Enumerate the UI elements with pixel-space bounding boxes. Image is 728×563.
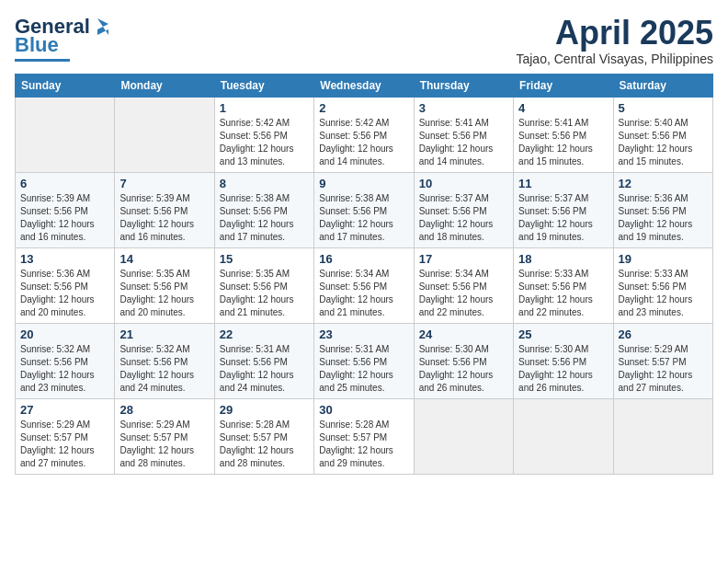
calendar-cell: 14Sunrise: 5:35 AM Sunset: 5:56 PM Dayli… (115, 247, 214, 323)
day-number: 18 (518, 252, 608, 266)
weekday-header-row: SundayMondayTuesdayWednesdayThursdayFrid… (16, 74, 713, 97)
day-info: Sunrise: 5:32 AM Sunset: 5:56 PM Dayligh… (20, 343, 109, 395)
weekday-header: Tuesday (214, 74, 313, 97)
day-number: 20 (20, 327, 109, 341)
day-number: 12 (619, 177, 708, 190)
day-number: 8 (220, 177, 309, 190)
day-info: Sunrise: 5:31 AM Sunset: 5:56 PM Dayligh… (220, 343, 309, 395)
day-number: 19 (619, 252, 708, 266)
calendar-cell: 30Sunrise: 5:28 AM Sunset: 5:57 PM Dayli… (314, 398, 414, 474)
calendar-cell: 27Sunrise: 5:29 AM Sunset: 5:57 PM Dayli… (16, 398, 115, 474)
calendar-table: SundayMondayTuesdayWednesdayThursdayFrid… (15, 74, 713, 475)
day-number: 9 (319, 177, 408, 190)
calendar-cell (414, 398, 513, 474)
calendar-cell (613, 398, 712, 474)
day-number: 7 (119, 177, 209, 190)
day-number: 3 (419, 101, 508, 115)
weekday-header: Saturday (613, 74, 712, 97)
calendar-cell: 19Sunrise: 5:33 AM Sunset: 5:56 PM Dayli… (613, 247, 712, 323)
day-info: Sunrise: 5:41 AM Sunset: 5:56 PM Dayligh… (419, 117, 508, 168)
calendar-cell: 18Sunrise: 5:33 AM Sunset: 5:56 PM Dayli… (514, 247, 613, 323)
day-info: Sunrise: 5:29 AM Sunset: 5:57 PM Dayligh… (619, 343, 708, 395)
day-info: Sunrise: 5:28 AM Sunset: 5:57 PM Dayligh… (220, 419, 309, 470)
day-info: Sunrise: 5:35 AM Sunset: 5:56 PM Dayligh… (220, 268, 309, 319)
weekday-header: Friday (514, 74, 613, 97)
day-info: Sunrise: 5:42 AM Sunset: 5:56 PM Dayligh… (319, 117, 408, 168)
calendar-cell: 3Sunrise: 5:41 AM Sunset: 5:56 PM Daylig… (414, 97, 513, 172)
calendar-cell: 12Sunrise: 5:36 AM Sunset: 5:56 PM Dayli… (613, 172, 712, 247)
calendar-cell: 29Sunrise: 5:28 AM Sunset: 5:57 PM Dayli… (214, 398, 313, 474)
weekday-header: Thursday (414, 74, 513, 97)
day-number: 30 (319, 403, 408, 417)
calendar-cell (514, 398, 613, 474)
calendar-cell: 20Sunrise: 5:32 AM Sunset: 5:56 PM Dayli… (16, 323, 115, 398)
day-number: 17 (419, 252, 508, 266)
day-info: Sunrise: 5:38 AM Sunset: 5:56 PM Dayligh… (319, 192, 408, 244)
calendar-week-row: 13Sunrise: 5:36 AM Sunset: 5:56 PM Dayli… (16, 247, 713, 323)
day-info: Sunrise: 5:30 AM Sunset: 5:56 PM Dayligh… (419, 343, 508, 395)
day-number: 15 (220, 252, 309, 266)
calendar-cell: 28Sunrise: 5:29 AM Sunset: 5:57 PM Dayli… (115, 398, 214, 474)
calendar-cell: 2Sunrise: 5:42 AM Sunset: 5:56 PM Daylig… (314, 97, 414, 172)
calendar-week-row: 1Sunrise: 5:42 AM Sunset: 5:56 PM Daylig… (16, 97, 713, 172)
weekday-header: Monday (115, 74, 214, 97)
calendar-cell: 9Sunrise: 5:38 AM Sunset: 5:56 PM Daylig… (314, 172, 414, 247)
day-number: 25 (518, 327, 608, 341)
calendar-cell: 26Sunrise: 5:29 AM Sunset: 5:57 PM Dayli… (613, 323, 712, 398)
day-info: Sunrise: 5:42 AM Sunset: 5:56 PM Dayligh… (220, 117, 309, 168)
day-info: Sunrise: 5:41 AM Sunset: 5:56 PM Dayligh… (518, 117, 608, 168)
day-number: 26 (619, 327, 708, 341)
logo-underline (15, 59, 70, 62)
day-number: 16 (319, 252, 408, 266)
day-number: 23 (319, 327, 408, 341)
calendar-cell: 11Sunrise: 5:37 AM Sunset: 5:56 PM Dayli… (514, 172, 613, 247)
day-info: Sunrise: 5:28 AM Sunset: 5:57 PM Dayligh… (319, 419, 408, 470)
title-block: April 2025 Tajao, Central Visayas, Phili… (516, 15, 713, 66)
calendar-cell: 17Sunrise: 5:34 AM Sunset: 5:56 PM Dayli… (414, 247, 513, 323)
day-info: Sunrise: 5:34 AM Sunset: 5:56 PM Dayligh… (319, 268, 408, 319)
day-info: Sunrise: 5:29 AM Sunset: 5:57 PM Dayligh… (119, 419, 209, 470)
day-number: 13 (20, 252, 109, 266)
logo-blue: Blue (15, 33, 59, 57)
calendar-cell: 16Sunrise: 5:34 AM Sunset: 5:56 PM Dayli… (314, 247, 414, 323)
day-info: Sunrise: 5:37 AM Sunset: 5:56 PM Dayligh… (419, 192, 508, 244)
day-info: Sunrise: 5:33 AM Sunset: 5:56 PM Dayligh… (518, 268, 608, 319)
day-number: 27 (20, 403, 109, 417)
day-info: Sunrise: 5:40 AM Sunset: 5:56 PM Dayligh… (619, 117, 708, 168)
day-info: Sunrise: 5:39 AM Sunset: 5:56 PM Dayligh… (119, 192, 209, 244)
calendar-subtitle: Tajao, Central Visayas, Philippines (516, 52, 713, 66)
calendar-cell (115, 97, 214, 172)
calendar-cell: 1Sunrise: 5:42 AM Sunset: 5:56 PM Daylig… (214, 97, 313, 172)
calendar-body: 1Sunrise: 5:42 AM Sunset: 5:56 PM Daylig… (16, 97, 713, 474)
day-number: 2 (319, 101, 408, 115)
weekday-header: Sunday (16, 74, 115, 97)
day-number: 28 (119, 403, 209, 417)
calendar-cell: 15Sunrise: 5:35 AM Sunset: 5:56 PM Dayli… (214, 247, 313, 323)
calendar-cell: 6Sunrise: 5:39 AM Sunset: 5:56 PM Daylig… (16, 172, 115, 247)
calendar-cell: 13Sunrise: 5:36 AM Sunset: 5:56 PM Dayli… (16, 247, 115, 323)
calendar-cell (16, 97, 115, 172)
day-number: 29 (220, 403, 309, 417)
day-number: 6 (20, 177, 109, 190)
calendar-cell: 24Sunrise: 5:30 AM Sunset: 5:56 PM Dayli… (414, 323, 513, 398)
day-info: Sunrise: 5:30 AM Sunset: 5:56 PM Dayligh… (518, 343, 608, 395)
day-number: 21 (119, 327, 209, 341)
day-number: 24 (419, 327, 508, 341)
calendar-cell: 23Sunrise: 5:31 AM Sunset: 5:56 PM Dayli… (314, 323, 414, 398)
calendar-title: April 2025 (516, 15, 713, 52)
calendar-cell: 25Sunrise: 5:30 AM Sunset: 5:56 PM Dayli… (514, 323, 613, 398)
day-info: Sunrise: 5:36 AM Sunset: 5:56 PM Dayligh… (20, 268, 109, 319)
calendar-cell: 4Sunrise: 5:41 AM Sunset: 5:56 PM Daylig… (514, 97, 613, 172)
calendar-cell: 21Sunrise: 5:32 AM Sunset: 5:56 PM Dayli… (115, 323, 214, 398)
day-number: 22 (220, 327, 309, 341)
day-info: Sunrise: 5:37 AM Sunset: 5:56 PM Dayligh… (518, 192, 608, 244)
day-info: Sunrise: 5:33 AM Sunset: 5:56 PM Dayligh… (619, 268, 708, 319)
logo-icon (92, 17, 110, 37)
weekday-header: Wednesday (314, 74, 414, 97)
calendar-cell: 10Sunrise: 5:37 AM Sunset: 5:56 PM Dayli… (414, 172, 513, 247)
calendar-cell: 7Sunrise: 5:39 AM Sunset: 5:56 PM Daylig… (115, 172, 214, 247)
day-number: 5 (619, 101, 708, 115)
day-number: 11 (518, 177, 608, 190)
calendar-week-row: 6Sunrise: 5:39 AM Sunset: 5:56 PM Daylig… (16, 172, 713, 247)
day-number: 1 (220, 101, 309, 115)
